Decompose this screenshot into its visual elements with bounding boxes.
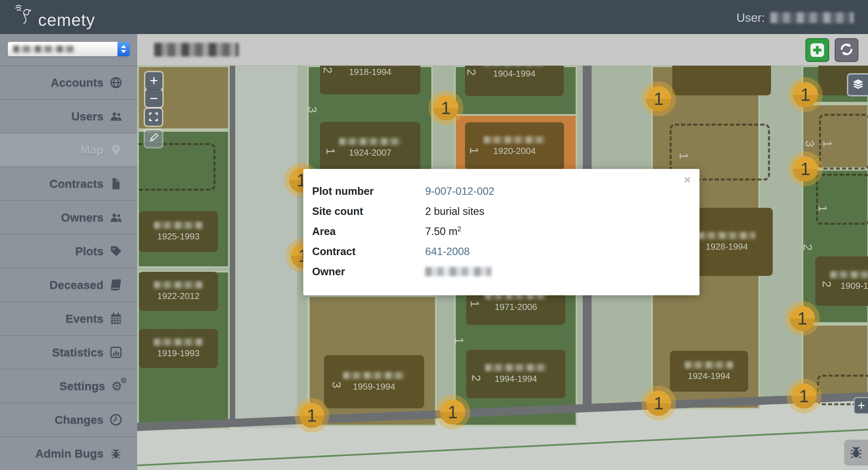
cemetery-map[interactable]: + − [137,65,868,470]
popup-row-value[interactable]: 9-007-012-002 [425,185,494,198]
fullscreen-button[interactable] [145,109,162,126]
edit-pencil-button[interactable] [145,130,162,147]
sidebar-item-plots[interactable]: Plots [0,234,137,268]
deceased-name-redacted [698,232,755,239]
row-number: 2 [321,67,335,73]
user-name-redacted [770,12,854,23]
sidebar-item-label: Plots [75,245,103,258]
sidebar-item-accounts[interactable]: Accounts [0,65,137,99]
sidebar-item-label: Settings [60,379,105,393]
deceased-dates: 1928-1994 [706,241,748,252]
sidebar-item-settings[interactable]: Settings⚙⚙ [0,369,137,403]
grave-plot[interactable] [672,65,771,95]
sidebar: AccountsUsersMapContractsOwnersPlotsDece… [0,34,137,470]
users-icon [110,211,122,224]
cluster-marker[interactable]: 1 [791,383,817,409]
grave-plot[interactable]: 1925-1993 [139,211,218,252]
users-icon [110,110,122,123]
popup-row: Plot number9-007-012-002 [312,181,700,201]
boundary-line [137,428,868,466]
sidebar-item-map[interactable]: Map [0,133,137,167]
cluster-marker[interactable]: 1 [646,86,671,111]
cemetery-select[interactable] [7,42,130,57]
popup-owner-redacted[interactable] [425,267,492,276]
row-number: 1 [816,205,830,212]
layers-button[interactable] [847,73,868,96]
popup-row-value: 2 burial sites [425,205,484,218]
cluster-marker[interactable]: 1 [433,95,459,121]
deceased-dates: 1959-1994 [353,381,395,392]
deceased-dates: 1909-1 [841,281,868,291]
popup-row-label: Plot number [312,185,425,198]
grave-plot[interactable]: 1918-1994 [320,65,420,94]
cluster-marker[interactable]: 1 [299,403,324,428]
row-number: 2 [465,69,478,75]
user-info[interactable]: User: [736,11,854,25]
map-road [230,65,235,424]
deceased-name-redacted [154,222,203,229]
deceased-name-redacted [343,372,405,379]
cluster-marker[interactable]: 1 [440,400,465,425]
edge-add-button[interactable]: + [854,397,868,414]
sidebar-item-label: Map [80,143,103,157]
cluster-marker[interactable]: 1 [646,391,671,416]
sidebar-item-owners[interactable]: Owners [0,200,137,234]
add-plot-button[interactable] [805,38,829,62]
sidebar-item-label: Changes [54,413,103,426]
row-number: 1 [677,153,691,159]
sidebar-item-label: Users [71,110,103,123]
plus-square-icon [810,43,824,57]
deceased-name-redacted [685,361,734,369]
cluster-marker[interactable]: 1 [793,82,818,107]
deceased-dates: 1918-1994 [349,67,391,77]
deceased-name-redacted [485,364,546,371]
map-path [235,65,297,428]
empty-plot[interactable] [816,174,868,225]
calendar-icon [110,312,122,325]
bug-icon [110,447,122,460]
popup-row-value[interactable]: 641-2008 [425,246,470,258]
deceased-name-redacted [830,271,868,278]
sidebar-item-contracts[interactable]: Contracts [0,167,137,200]
popup-close-button[interactable]: × [684,174,691,185]
row-number: 1 [821,140,834,147]
deceased-dates: 1922-2012 [157,291,199,301]
pencil-icon [148,131,159,146]
grave-plot[interactable]: 1924-1994 [670,351,748,392]
bug-icon [849,444,864,461]
file-icon [110,177,122,190]
refresh-button[interactable] [835,38,858,62]
grave-plot[interactable]: 1919-1993 [139,329,218,368]
sidebar-item-changes[interactable]: Changes [0,403,137,436]
deceased-dates: 1924-2007 [349,147,391,158]
sidebar-item-deceased[interactable]: Deceased [0,268,137,301]
sidebar-item-label: Accounts [51,76,103,89]
row-number: 2 [801,244,815,250]
sidebar-item-statistics[interactable]: Statistics [0,335,137,369]
sidebar-item-label: Deceased [49,278,103,292]
user-label: User: [736,11,765,25]
globe-icon [110,76,122,89]
cemetery-select-value-redacted [13,46,75,52]
grave-plot[interactable]: 1922-2012 [139,272,218,311]
cluster-marker[interactable]: 1 [790,306,815,331]
sidebar-item-admin-bugs[interactable]: Admin Bugs [0,436,137,470]
empty-plot[interactable] [137,143,215,191]
report-bug-button[interactable] [844,440,868,466]
sidebar-item-users[interactable]: Users [0,99,137,133]
page-title-redacted [154,43,239,57]
grave-plot[interactable]: 1920-2004 [465,122,564,170]
app-logo[interactable]: cemety [14,4,95,30]
row-number: 1 [468,300,482,307]
sidebar-item-events[interactable]: Events [0,301,137,335]
deceased-dates: 1924-1994 [688,371,730,381]
grave-plot[interactable]: 1904-1994 [465,65,564,96]
zoom-in-button[interactable]: + [145,72,162,89]
zoom-control: + − [144,71,164,108]
grave-plot[interactable]: 1994-1994 [466,350,565,398]
popup-row-label: Contract [312,246,425,258]
deceased-name-redacted [154,339,203,346]
chart-icon [110,346,122,359]
zoom-out-button[interactable]: − [145,90,162,107]
cluster-marker[interactable]: 1 [793,156,818,182]
